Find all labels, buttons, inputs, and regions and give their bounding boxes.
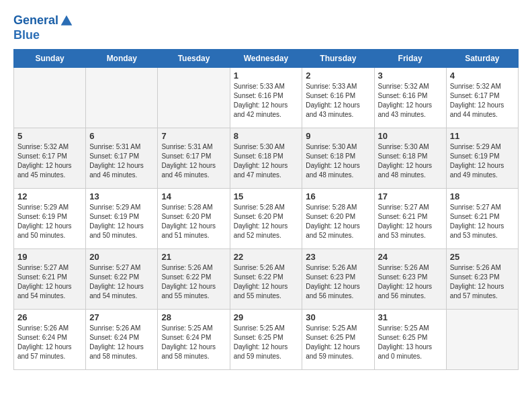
calendar-cell: 3Sunrise: 5:32 AM Sunset: 6:16 PM Daylig… xyxy=(374,68,446,128)
calendar-cell: 20Sunrise: 5:27 AM Sunset: 6:22 PM Dayli… xyxy=(86,249,158,310)
calendar-cell: 21Sunrise: 5:26 AM Sunset: 6:22 PM Dayli… xyxy=(158,249,230,310)
calendar-cell: 24Sunrise: 5:26 AM Sunset: 6:23 PM Dayli… xyxy=(374,249,446,310)
day-info: Sunrise: 5:26 AM Sunset: 6:24 PM Dayligh… xyxy=(17,324,82,361)
calendar-cell: 15Sunrise: 5:28 AM Sunset: 6:20 PM Dayli… xyxy=(230,189,302,249)
day-info: Sunrise: 5:25 AM Sunset: 6:25 PM Dayligh… xyxy=(378,324,443,361)
day-number: 26 xyxy=(17,312,82,322)
day-number: 23 xyxy=(306,252,370,262)
calendar-cell xyxy=(86,68,158,128)
day-info: Sunrise: 5:26 AM Sunset: 6:23 PM Dayligh… xyxy=(378,263,443,301)
calendar-cell: 10Sunrise: 5:30 AM Sunset: 6:18 PM Dayli… xyxy=(374,128,446,189)
calendar-cell: 18Sunrise: 5:27 AM Sunset: 6:21 PM Dayli… xyxy=(446,189,518,249)
day-info: Sunrise: 5:26 AM Sunset: 6:23 PM Dayligh… xyxy=(306,263,370,301)
day-header-thursday: Thursday xyxy=(302,50,374,68)
day-header-friday: Friday xyxy=(374,50,446,68)
day-number: 12 xyxy=(17,191,82,201)
day-header-tuesday: Tuesday xyxy=(158,50,230,68)
day-info: Sunrise: 5:33 AM Sunset: 6:16 PM Dayligh… xyxy=(306,82,370,120)
calendar-cell: 17Sunrise: 5:27 AM Sunset: 6:21 PM Dayli… xyxy=(374,189,446,249)
calendar-week-3: 19Sunrise: 5:27 AM Sunset: 6:21 PM Dayli… xyxy=(14,249,519,310)
day-number: 5 xyxy=(17,131,82,141)
day-number: 19 xyxy=(17,252,82,262)
calendar-cell: 30Sunrise: 5:25 AM Sunset: 6:25 PM Dayli… xyxy=(302,310,374,370)
calendar-cell: 19Sunrise: 5:27 AM Sunset: 6:21 PM Dayli… xyxy=(14,249,86,310)
day-info: Sunrise: 5:30 AM Sunset: 6:18 PM Dayligh… xyxy=(378,142,443,180)
calendar-cell: 23Sunrise: 5:26 AM Sunset: 6:23 PM Dayli… xyxy=(302,249,374,310)
day-number: 27 xyxy=(89,312,154,322)
day-number: 20 xyxy=(89,252,154,262)
calendar-cell: 28Sunrise: 5:25 AM Sunset: 6:24 PM Dayli… xyxy=(158,310,230,370)
calendar-cell: 25Sunrise: 5:26 AM Sunset: 6:23 PM Dayli… xyxy=(446,249,518,310)
calendar-cell: 2Sunrise: 5:33 AM Sunset: 6:16 PM Daylig… xyxy=(302,68,374,128)
calendar-week-1: 5Sunrise: 5:32 AM Sunset: 6:17 PM Daylig… xyxy=(14,128,519,189)
day-info: Sunrise: 5:26 AM Sunset: 6:23 PM Dayligh… xyxy=(450,263,515,301)
calendar-cell: 16Sunrise: 5:28 AM Sunset: 6:20 PM Dayli… xyxy=(302,189,374,249)
calendar-week-2: 12Sunrise: 5:29 AM Sunset: 6:19 PM Dayli… xyxy=(14,189,519,249)
calendar-cell: 8Sunrise: 5:30 AM Sunset: 6:18 PM Daylig… xyxy=(230,128,302,189)
logo-text: General Blue xyxy=(13,13,75,42)
calendar-cell xyxy=(446,310,518,370)
day-number: 15 xyxy=(234,191,299,201)
day-info: Sunrise: 5:31 AM Sunset: 6:17 PM Dayligh… xyxy=(161,142,226,180)
day-number: 22 xyxy=(234,252,299,262)
day-number: 8 xyxy=(234,131,299,141)
calendar-cell: 4Sunrise: 5:32 AM Sunset: 6:17 PM Daylig… xyxy=(446,68,518,128)
calendar-cell: 27Sunrise: 5:26 AM Sunset: 6:24 PM Dayli… xyxy=(86,310,158,370)
day-number: 30 xyxy=(306,312,370,322)
day-number: 16 xyxy=(306,191,370,201)
day-header-saturday: Saturday xyxy=(446,50,518,68)
day-number: 25 xyxy=(450,252,515,262)
day-info: Sunrise: 5:26 AM Sunset: 6:24 PM Dayligh… xyxy=(89,324,154,361)
logo: General Blue xyxy=(13,13,75,42)
calendar-cell: 14Sunrise: 5:28 AM Sunset: 6:20 PM Dayli… xyxy=(158,189,230,249)
day-info: Sunrise: 5:27 AM Sunset: 6:21 PM Dayligh… xyxy=(17,263,82,301)
calendar-cell xyxy=(158,68,230,128)
day-info: Sunrise: 5:31 AM Sunset: 6:17 PM Dayligh… xyxy=(89,142,154,180)
day-info: Sunrise: 5:25 AM Sunset: 6:25 PM Dayligh… xyxy=(306,324,370,361)
day-number: 29 xyxy=(234,312,299,322)
day-info: Sunrise: 5:32 AM Sunset: 6:17 PM Dayligh… xyxy=(17,142,82,180)
day-number: 21 xyxy=(161,252,226,262)
day-info: Sunrise: 5:32 AM Sunset: 6:17 PM Dayligh… xyxy=(450,82,515,120)
day-number: 17 xyxy=(378,191,443,201)
day-number: 2 xyxy=(306,71,370,81)
day-number: 24 xyxy=(378,252,443,262)
day-info: Sunrise: 5:28 AM Sunset: 6:20 PM Dayligh… xyxy=(306,203,370,240)
calendar-cell: 13Sunrise: 5:29 AM Sunset: 6:19 PM Dayli… xyxy=(86,189,158,249)
day-header-wednesday: Wednesday xyxy=(230,50,302,68)
day-info: Sunrise: 5:27 AM Sunset: 6:22 PM Dayligh… xyxy=(89,263,154,301)
calendar-cell: 1Sunrise: 5:33 AM Sunset: 6:16 PM Daylig… xyxy=(230,68,302,128)
calendar-cell: 29Sunrise: 5:25 AM Sunset: 6:25 PM Dayli… xyxy=(230,310,302,370)
day-info: Sunrise: 5:32 AM Sunset: 6:16 PM Dayligh… xyxy=(378,82,443,120)
day-info: Sunrise: 5:29 AM Sunset: 6:19 PM Dayligh… xyxy=(89,203,154,240)
day-number: 11 xyxy=(450,131,515,141)
logo-icon xyxy=(60,14,73,28)
day-number: 3 xyxy=(378,71,443,81)
svg-marker-0 xyxy=(61,15,73,26)
day-info: Sunrise: 5:28 AM Sunset: 6:20 PM Dayligh… xyxy=(234,203,299,240)
day-number: 6 xyxy=(89,131,154,141)
day-number: 4 xyxy=(450,71,515,81)
calendar-cell: 22Sunrise: 5:26 AM Sunset: 6:22 PM Dayli… xyxy=(230,249,302,310)
day-info: Sunrise: 5:29 AM Sunset: 6:19 PM Dayligh… xyxy=(17,203,82,240)
day-number: 18 xyxy=(450,191,515,201)
day-info: Sunrise: 5:26 AM Sunset: 6:22 PM Dayligh… xyxy=(234,263,299,301)
day-info: Sunrise: 5:27 AM Sunset: 6:21 PM Dayligh… xyxy=(378,203,443,240)
day-info: Sunrise: 5:30 AM Sunset: 6:18 PM Dayligh… xyxy=(234,142,299,180)
page-header: General Blue xyxy=(13,13,519,42)
calendar-cell: 11Sunrise: 5:29 AM Sunset: 6:19 PM Dayli… xyxy=(446,128,518,189)
day-number: 1 xyxy=(234,71,299,81)
day-info: Sunrise: 5:26 AM Sunset: 6:22 PM Dayligh… xyxy=(161,263,226,301)
calendar-header-row: SundayMondayTuesdayWednesdayThursdayFrid… xyxy=(14,50,519,68)
calendar-cell: 7Sunrise: 5:31 AM Sunset: 6:17 PM Daylig… xyxy=(158,128,230,189)
calendar-cell: 9Sunrise: 5:30 AM Sunset: 6:18 PM Daylig… xyxy=(302,128,374,189)
day-number: 31 xyxy=(378,312,443,322)
day-number: 28 xyxy=(161,312,226,322)
calendar-week-4: 26Sunrise: 5:26 AM Sunset: 6:24 PM Dayli… xyxy=(14,310,519,370)
day-number: 10 xyxy=(378,131,443,141)
calendar-cell: 6Sunrise: 5:31 AM Sunset: 6:17 PM Daylig… xyxy=(86,128,158,189)
day-info: Sunrise: 5:25 AM Sunset: 6:24 PM Dayligh… xyxy=(161,324,226,361)
day-info: Sunrise: 5:27 AM Sunset: 6:21 PM Dayligh… xyxy=(450,203,515,240)
calendar-cell: 12Sunrise: 5:29 AM Sunset: 6:19 PM Dayli… xyxy=(14,189,86,249)
calendar-week-0: 1Sunrise: 5:33 AM Sunset: 6:16 PM Daylig… xyxy=(14,68,519,128)
